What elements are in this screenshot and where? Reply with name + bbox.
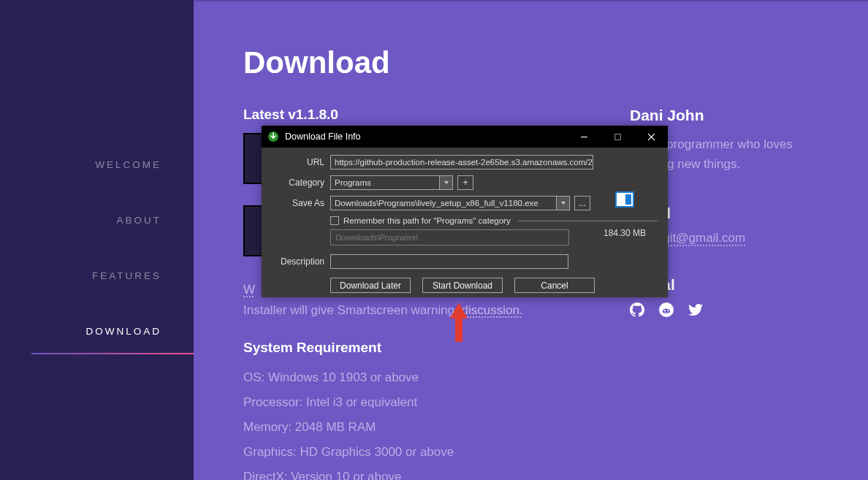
sidebar-item-about[interactable]: ABOUT	[85, 215, 161, 226]
sysreq-cpu: Processor: Intel i3 or equivalent	[243, 395, 615, 410]
description-field[interactable]	[330, 254, 568, 269]
saveas-field[interactable]: Downloads\Programs\lively_setup_x86_full…	[330, 196, 557, 210]
description-row: Description	[272, 254, 658, 269]
reddit-icon[interactable]	[659, 302, 674, 317]
hint-line: Installer will give Smartscreen warning,…	[243, 303, 615, 318]
browse-button[interactable]: ...	[574, 196, 590, 210]
dialog-title: Download File Info	[285, 132, 567, 142]
discussion-link[interactable]: discussion.	[462, 303, 523, 317]
svg-point-3	[667, 311, 669, 312]
idm-app-icon	[267, 131, 279, 142]
hint-prefix-link[interactable]: W	[243, 283, 255, 297]
sidebar-nav: WELCOME ABOUT FEATURES DOWNLOAD	[85, 159, 161, 381]
sidebar-item-features[interactable]: FEATURES	[85, 270, 161, 281]
sysreq-memory: Memory: 2048 MB RAM	[243, 420, 615, 435]
category-dropdown-caret[interactable]	[440, 175, 453, 190]
category-label: Category	[272, 178, 324, 188]
url-label: URL	[272, 157, 324, 167]
saveas-dropdown-caret[interactable]	[557, 196, 570, 210]
twitter-icon[interactable]	[688, 302, 703, 317]
description-label: Description	[272, 256, 324, 267]
remember-checkbox[interactable]	[330, 216, 339, 225]
sidebar: WELCOME ABOUT FEATURES DOWNLOAD	[0, 0, 194, 480]
saveas-label: Save As	[272, 198, 324, 208]
url-row: URL https://github-production-release-as…	[272, 155, 658, 169]
sysreq-os: OS: Windows 10 1903 or above	[243, 370, 615, 385]
sidebar-item-welcome[interactable]: WELCOME	[85, 159, 161, 170]
close-button[interactable]	[634, 126, 668, 148]
author-name: Dani John	[630, 107, 818, 124]
sidebar-item-label: DOWNLOAD	[85, 326, 161, 337]
social-icons	[630, 302, 818, 317]
sidebar-active-underline	[31, 353, 194, 354]
cancel-button[interactable]: Cancel	[514, 278, 595, 293]
hint-text: Installer will give Smartscreen warning,	[243, 303, 458, 317]
download-later-button[interactable]: Download Later	[330, 278, 411, 293]
sidebar-item-download[interactable]: DOWNLOAD	[85, 326, 161, 337]
sysreq-directx: DirectX: Version 10 or above	[243, 470, 615, 480]
remember-label: Remember this path for "Programs" catego…	[343, 216, 511, 225]
latest-version: Latest v1.1.8.0	[243, 107, 615, 123]
sysreq-graphics: Graphics: HD Graphics 3000 or above	[243, 445, 615, 460]
sysreq-title: System Requirement	[243, 340, 615, 356]
dialog-button-row: Download Later Start Download Cancel	[330, 278, 658, 293]
add-category-button[interactable]: +	[457, 175, 473, 190]
page-title: Download	[243, 45, 818, 80]
svg-point-2	[664, 311, 666, 312]
download-dialog: Download File Info URL https://github-pr…	[262, 126, 668, 297]
start-download-button[interactable]: Start Download	[422, 278, 503, 293]
file-type-icon	[615, 191, 634, 207]
maximize-button[interactable]	[601, 126, 634, 148]
github-icon[interactable]	[630, 302, 644, 317]
url-field[interactable]: https://github-production-release-asset-…	[330, 155, 593, 169]
minimize-button[interactable]	[567, 126, 601, 148]
svg-rect-5	[614, 134, 620, 140]
file-preview-pane: 184.30 MB	[592, 180, 658, 238]
remember-path-field[interactable]: Downloads\Programs\	[330, 229, 569, 245]
dialog-titlebar[interactable]: Download File Info	[262, 126, 668, 148]
category-select[interactable]: Programs	[330, 175, 440, 190]
file-size: 184.30 MB	[592, 228, 658, 238]
